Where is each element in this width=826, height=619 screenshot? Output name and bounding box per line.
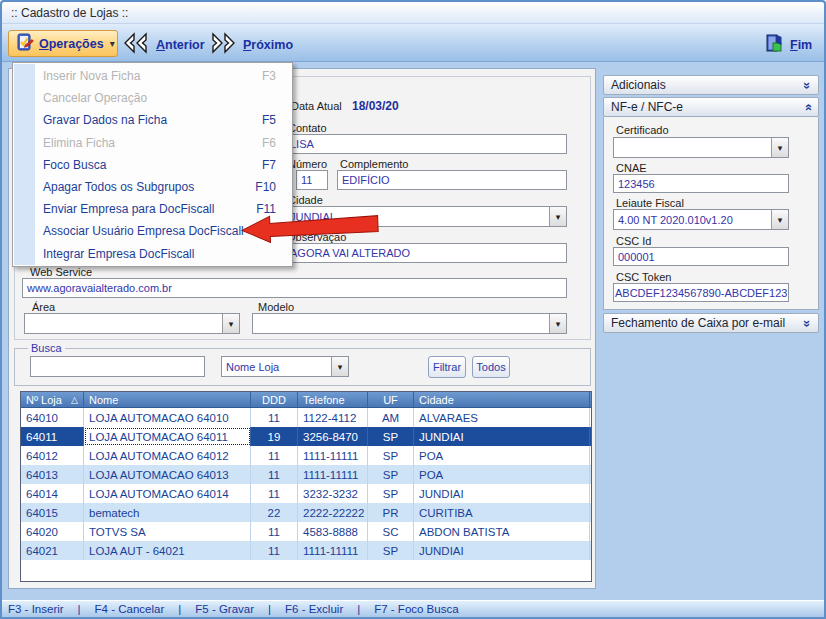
column-header-5[interactable]: UF [368, 392, 414, 407]
busca-field-select[interactable]: Nome Loja ▾ [221, 356, 349, 377]
numero-input[interactable] [296, 170, 328, 190]
table-cell[interactable]: JUNDIAI [414, 541, 590, 560]
cidade-dropdown-arrow-icon[interactable]: ▾ [549, 207, 566, 226]
contato-input[interactable] [285, 134, 567, 154]
table-cell[interactable]: ABDON BATISTA [414, 522, 590, 541]
table-row[interactable]: 64020TOTVS SA114583-8888SCABDON BATISTA [21, 522, 591, 541]
column-header-2[interactable]: Nome [84, 392, 251, 407]
table-cell[interactable]: PR [368, 503, 414, 522]
table-row[interactable]: 64011LOJA AUTOMACAO 64011193256-8470SPJU… [21, 427, 591, 446]
csc-id-input[interactable] [613, 247, 789, 266]
column-header-label: Cidade [419, 394, 454, 406]
column-header-3[interactable]: DDD [251, 392, 298, 407]
fechamento-header[interactable]: Fechamento de Caixa por e-mail » [603, 313, 819, 333]
table-cell[interactable]: 1122-4112 [298, 408, 368, 427]
menu-item: Cancelar Operação [13, 87, 292, 109]
column-header-6[interactable]: Cidade [414, 392, 590, 407]
menu-item[interactable]: Apagar Todos os SubgruposF10 [13, 176, 292, 198]
certificado-dropdown-arrow-icon[interactable]: ▾ [771, 138, 788, 157]
table-cell[interactable]: 64010 [21, 408, 84, 427]
leiaute-fiscal-select[interactable]: 4.00 NT 2020.010v1.20 ▾ [613, 209, 789, 230]
table-row[interactable]: 64012LOJA AUTOMACAO 64012111111-11111SPP… [21, 446, 591, 465]
complemento-input[interactable] [337, 170, 567, 190]
table-cell[interactable]: 11 [251, 541, 298, 560]
table-cell[interactable]: POA [414, 446, 590, 465]
table-cell[interactable]: 64014 [21, 484, 84, 503]
table-row[interactable]: 64021LOJA AUT - 64021111111-11111SPJUNDI… [21, 541, 591, 560]
table-cell[interactable]: LOJA AUTOMACAO 64013 [84, 465, 251, 484]
table-cell[interactable]: 64013 [21, 465, 84, 484]
busca-dropdown-arrow-icon[interactable]: ▾ [331, 357, 348, 376]
proximo-button[interactable]: Próximo [209, 31, 293, 59]
fim-button[interactable]: Fim [764, 33, 812, 57]
table-cell[interactable]: ALVARAES [414, 408, 590, 427]
webservice-input[interactable] [22, 278, 567, 298]
table-cell[interactable]: 1111-11111 [298, 446, 368, 465]
table-cell[interactable]: TOTVS SA [84, 522, 251, 541]
leiaute-dropdown-arrow-icon[interactable]: ▾ [771, 210, 788, 229]
table-cell[interactable]: SP [368, 541, 414, 560]
table-cell[interactable]: AM [368, 408, 414, 427]
table-cell[interactable]: 22 [251, 503, 298, 522]
table-cell[interactable]: 2222-22222 [298, 503, 368, 522]
adicionais-header[interactable]: Adicionais » [603, 75, 819, 95]
table-cell[interactable]: 11 [251, 522, 298, 541]
modelo-dropdown-arrow-icon[interactable]: ▾ [549, 314, 566, 333]
table-cell[interactable]: 64021 [21, 541, 84, 560]
column-header-4[interactable]: Telefone [298, 392, 368, 407]
table-cell[interactable]: SP [368, 427, 414, 446]
stores-grid[interactable]: Nº Loja△NomeDDDTelefoneUFCidade 64010LOJ… [20, 391, 592, 582]
nfe-header[interactable]: NF-e / NFC-e » [603, 97, 819, 117]
menu-item[interactable]: Foco BuscaF7 [13, 154, 292, 176]
csc-token-input[interactable] [613, 283, 789, 302]
table-cell[interactable]: SC [368, 522, 414, 541]
table-cell[interactable]: JUNDIAI [414, 484, 590, 503]
table-cell[interactable]: SP [368, 446, 414, 465]
certificado-select[interactable]: ▾ [613, 137, 789, 158]
table-cell[interactable]: SP [368, 465, 414, 484]
table-cell[interactable]: LOJA AUTOMACAO 64012 [84, 446, 251, 465]
table-cell[interactable]: bematech [84, 503, 251, 522]
table-row[interactable]: 64013LOJA AUTOMACAO 64013111111-11111SPP… [21, 465, 591, 484]
menu-item[interactable]: Gravar Dados na FichaF5 [13, 109, 292, 131]
table-cell[interactable]: 1111-11111 [298, 465, 368, 484]
table-cell[interactable]: 11 [251, 446, 298, 465]
table-row[interactable]: 64015bematech222222-22222PRCURITIBA [21, 503, 591, 522]
table-cell[interactable]: 3232-3232 [298, 484, 368, 503]
busca-input[interactable] [30, 356, 205, 377]
anterior-button[interactable]: Anterior [122, 31, 205, 59]
modelo-select[interactable]: ▾ [252, 313, 567, 334]
table-cell[interactable]: LOJA AUTOMACAO 64010 [84, 408, 251, 427]
area-select[interactable]: ▾ [24, 313, 240, 334]
table-cell[interactable]: 19 [251, 427, 298, 446]
filtrar-button[interactable]: Filtrar [428, 356, 466, 378]
area-dropdown-arrow-icon[interactable]: ▾ [222, 314, 239, 333]
column-header-1[interactable]: Nº Loja△ [21, 392, 84, 407]
cnae-input[interactable] [613, 174, 789, 193]
observacao-input[interactable] [285, 243, 567, 263]
table-cell[interactable]: 64015 [21, 503, 84, 522]
table-cell[interactable]: 64020 [21, 522, 84, 541]
table-cell[interactable]: 1111-11111 [298, 541, 368, 560]
table-cell[interactable]: LOJA AUT - 64021 [84, 541, 251, 560]
table-row[interactable]: 64014LOJA AUTOMACAO 64014113232-3232SPJU… [21, 484, 591, 503]
table-cell[interactable]: 4583-8888 [298, 522, 368, 541]
statusbar-hint: F6 - Excluir [285, 603, 343, 615]
table-cell[interactable]: CURITIBA [414, 503, 590, 522]
table-cell[interactable]: 11 [251, 484, 298, 503]
table-cell[interactable]: LOJA AUTOMACAO 64011 [84, 427, 251, 446]
table-cell[interactable]: 64011 [21, 427, 84, 446]
table-cell[interactable]: 11 [251, 465, 298, 484]
statusbar-hint: F7 - Foco Busca [374, 603, 458, 615]
operacoes-button[interactable]: Operações ▾ [8, 30, 118, 57]
table-cell[interactable]: SP [368, 484, 414, 503]
table-cell[interactable]: POA [414, 465, 590, 484]
table-cell[interactable]: JUNDIAI [414, 427, 590, 446]
table-cell[interactable]: 3256-8470 [298, 427, 368, 446]
operacoes-label: Operações [39, 37, 104, 51]
table-row[interactable]: 64010LOJA AUTOMACAO 64010111122-4112AMAL… [21, 408, 591, 427]
table-cell[interactable]: 11 [251, 408, 298, 427]
table-cell[interactable]: LOJA AUTOMACAO 64014 [84, 484, 251, 503]
table-cell[interactable]: 64012 [21, 446, 84, 465]
todos-button[interactable]: Todos [472, 356, 510, 378]
